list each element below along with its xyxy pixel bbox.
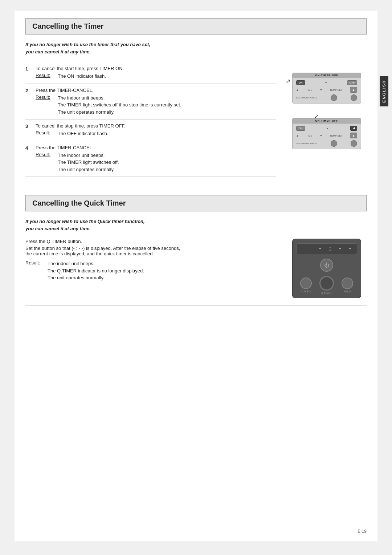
section1-steps: 1 To cancel the start time, press TIMER … — [25, 62, 276, 177]
section1-content: 1 To cancel the start time, press TIMER … — [25, 62, 367, 177]
timer-remote-2-body: ON ▼ ◀ ▲ TIME ▼ TEMP SET — [293, 123, 361, 149]
temp-label-1: TEMP SET — [330, 89, 342, 91]
off-btn-1: OFF — [347, 80, 357, 85]
section2: Cancelling the Quick Timer If you no lon… — [15, 188, 377, 309]
step-1-content: To cancel the start time, press TIMER ON… — [36, 66, 276, 80]
step-2: 2 Press the TIMER-CANCEL. Result: The in… — [25, 84, 276, 119]
step-3-result-text: The OFF indicator flash. — [58, 130, 108, 137]
step-4-title: Press the TIMER-CANCEL — [36, 145, 276, 150]
time-down-1: ▼ — [320, 89, 322, 91]
time-label-2: TIME — [306, 134, 313, 137]
qtimer-power-area: ⏻ — [296, 259, 357, 272]
diagram1-wrapper: ↗ ON-TIMER-OFF ON ▼ OFF ▲ — [292, 73, 361, 104]
step-4-content: Press the TIMER-CANCEL Result: The indoo… — [36, 145, 276, 173]
step-2-result: Result: The indoor unit beeps. The TIMER… — [36, 94, 276, 116]
time-up-2: ▲ — [296, 134, 299, 137]
step-2-result-label: Result: — [36, 94, 56, 116]
timer-label-2: ▼ — [326, 127, 329, 130]
diagram2-wrapper: ↙ ON-TIMER-OFF ON ▼ ◀ ▲ — [292, 118, 361, 149]
time-up-1: ▲ — [296, 89, 299, 91]
qtimer-body-3: the current time is displayed, and the q… — [25, 251, 276, 256]
step-1-result-label: Result: — [36, 73, 56, 80]
section1: Cancelling the Timer If you no longer wi… — [15, 11, 377, 177]
section2-result: Result: The indoor unit beeps. The Q.TIM… — [25, 260, 276, 281]
page: ENGLISH Cancelling the Timer If you no l… — [15, 11, 377, 541]
section2-diagram: - : - - ⏻ TURBO Q.TIMER — [287, 239, 367, 298]
timer-remote-1-header: ON-TIMER-OFF — [293, 73, 361, 78]
step-1-title: To cancel the start time, press TIMER ON… — [36, 66, 276, 71]
timer-label-1: ▼ — [325, 81, 327, 84]
step-4-result-text: The indoor unit beeps. The TIMER light s… — [58, 152, 119, 173]
qtimer-center-col: Q.TIMER — [319, 276, 334, 294]
step-4: 4 Press the TIMER-CANCEL Result: The ind… — [25, 141, 276, 177]
qtimer-center-btn — [319, 276, 334, 291]
step-1-num: 1 — [25, 66, 33, 72]
section2-result-text: The indoor unit beeps. The Q.TIMER indic… — [48, 260, 144, 281]
step-1-result: Result: The ON indicator flash. — [36, 73, 276, 80]
section2-result-label: Result: — [25, 260, 45, 281]
step-3-result: Result: The OFF indicator flash. — [36, 130, 276, 137]
qtimer-power-btn: ⏻ — [320, 259, 333, 272]
qtimer-body-1: Press the Q.TIMER button. — [25, 239, 276, 244]
off-btn-2: ◀ — [350, 126, 357, 131]
cancel-label-2: SET-TIMER-CANCEL — [296, 142, 317, 145]
step-3: 3 To cancel the stop time, press TIMER O… — [25, 119, 276, 141]
on-btn-2: ON — [296, 126, 305, 131]
timer-remote-1: ON-TIMER-OFF ON ▼ OFF ▲ TIME — [292, 73, 361, 104]
step-3-num: 3 — [25, 123, 33, 129]
cancel-btn-round-1 — [331, 94, 337, 101]
section1-title: Cancelling the Timer — [25, 18, 367, 35]
step-2-title: Press the TIMER-CANCEL. — [36, 88, 276, 93]
time-down-2: ▼ — [320, 134, 322, 137]
temp-up-1: ▲ — [350, 87, 357, 93]
section2-intro: If you no longer wish to use the Quick t… — [25, 218, 367, 232]
power-icon: ⏻ — [324, 262, 329, 268]
step-3-result-label: Result: — [36, 130, 56, 137]
section2-body: Press the Q.TIMER button. Set the button… — [25, 239, 276, 256]
qtimer-bottom-row: TURBO Q.TIMER MILD — [296, 276, 357, 294]
step-4-num: 4 — [25, 145, 33, 151]
side-tab: ENGLISH — [380, 76, 388, 106]
step-4-result-label: Result: — [36, 152, 56, 173]
qtimer-mild-btn — [342, 278, 353, 289]
step-1: 1 To cancel the start time, press TIMER … — [25, 62, 276, 84]
set-btn-round-1 — [351, 94, 357, 101]
section2-left: Press the Q.TIMER button. Set the button… — [25, 239, 276, 298]
step-2-result-text: The indoor unit beeps. The TIMER light s… — [58, 94, 181, 116]
step-1-result-text: The ON indicator flash. — [58, 73, 106, 80]
cancel-btn-round-2 — [331, 140, 337, 147]
diagram1-arrow: ↗ — [286, 78, 290, 85]
page-number: E·19 — [358, 529, 367, 534]
qtimer-remote: - : - - ⏻ TURBO Q.TIMER — [292, 239, 361, 298]
diagram2-arrow: ↙ — [314, 113, 319, 120]
qtimer-body-2: Set the button so that (- : - -) is disp… — [25, 246, 276, 251]
qtimer-turbo-btn — [300, 278, 312, 289]
qtimer-display: - : - - — [296, 243, 357, 254]
qtimer-turbo-label: TURBO — [301, 290, 311, 293]
section2-content: Press the Q.TIMER button. Set the button… — [25, 239, 367, 298]
temp-up-2: ▲ — [350, 133, 357, 138]
step-2-num: 2 — [25, 88, 33, 93]
on-btn-1: ON — [296, 80, 305, 85]
cancel-label-1: SET-TIMER-CANCEL — [296, 97, 317, 99]
qtimer-turbo-col: TURBO — [300, 278, 312, 293]
section2-bottom-divider — [25, 305, 367, 306]
qtimer-qtimer-label: Q.TIMER — [321, 292, 333, 294]
step-3-title: To cancel the stop time, press TIMER OFF… — [36, 123, 276, 129]
temp-label-2: TEMP SET — [330, 134, 342, 137]
time-label-1: TIME — [306, 89, 313, 91]
timer-remote-1-body: ON ▼ OFF ▲ TIME ▼ TEMP SET — [293, 78, 361, 103]
qtimer-mild-label: MILD — [344, 290, 351, 293]
set-btn-round-2 — [351, 140, 357, 147]
qtimer-mild-col: MILD — [342, 278, 353, 293]
section2-title: Cancelling the Quick Timer — [25, 195, 367, 211]
section1-intro: If you no longer wish to use the timer t… — [25, 41, 367, 55]
timer-remote-2: ON-TIMER-OFF ON ▼ ◀ ▲ TIME — [292, 118, 361, 149]
step-3-content: To cancel the stop time, press TIMER OFF… — [36, 123, 276, 137]
step-4-result: Result: The indoor unit beeps. The TIMER… — [36, 152, 276, 173]
timer-remote-2-header: ON-TIMER-OFF — [293, 118, 361, 123]
step-2-content: Press the TIMER-CANCEL. Result: The indo… — [36, 88, 276, 116]
section1-diagrams: ↗ ON-TIMER-OFF ON ▼ OFF ▲ — [287, 62, 367, 177]
